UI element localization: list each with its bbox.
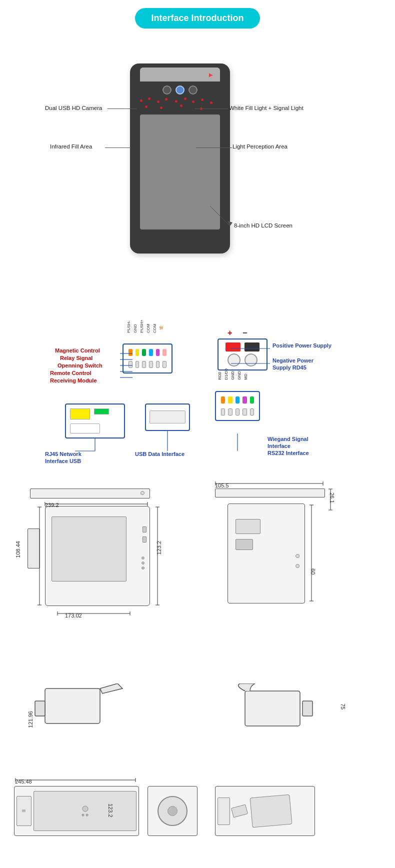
ir-dot-2	[148, 98, 150, 100]
ir-dot-3	[157, 100, 160, 103]
ir-dot-7	[192, 100, 194, 103]
ir-dots-area	[130, 96, 230, 112]
label-wiegand: Wiegand Signal	[268, 436, 308, 442]
ir-dot-6	[184, 98, 186, 100]
ir-dot-11	[160, 106, 162, 109]
line-white-fill	[195, 108, 228, 109]
lcd-arrow-svg	[200, 198, 245, 234]
label-negative-power: Negative Power	[272, 358, 314, 364]
svg-rect-37	[35, 701, 45, 716]
ir-dot-4	[165, 98, 168, 100]
label-receiving-module: Receiving Module	[50, 378, 97, 384]
svg-marker-1	[228, 221, 232, 226]
label-wiegand2: Interface	[268, 443, 290, 449]
dim-261-arrow	[327, 488, 334, 512]
ir-dot-1	[140, 100, 142, 102]
header: Interface Introduction	[0, 0, 395, 34]
bottom-right-assembly	[215, 786, 315, 836]
label-supply-rd45: Supply RD45	[272, 364, 306, 370]
ir-dot-9	[210, 102, 212, 104]
left-pin-row-top	[126, 346, 170, 358]
dim-side-arrow	[154, 506, 161, 606]
label-openning-switch: Openning Switch	[58, 362, 102, 368]
angle-sketch-left-svg	[25, 684, 140, 748]
label-interface-usb: Interface USB	[45, 458, 81, 464]
connector-lines-svg	[0, 304, 395, 474]
camera-lens-left	[162, 86, 172, 94]
ir-dot-10	[145, 106, 148, 108]
angle-sketch-right-svg	[210, 684, 350, 748]
label-white-fill: White Fill Light + Signal Light	[229, 105, 304, 111]
device-top-bar	[140, 68, 220, 82]
label-rs232: RS232 Interface	[268, 450, 309, 456]
dim-bottom-arrow	[55, 610, 135, 616]
line-infrared	[105, 148, 131, 148]
rj45-connector	[65, 404, 125, 438]
dim-105-arrow	[214, 480, 326, 486]
angle-view-left: 121.96	[25, 684, 140, 748]
dim-75: 75	[340, 704, 346, 710]
ir-dot-8	[201, 98, 204, 101]
label-rj45: RJ45 Network	[45, 451, 82, 457]
usb-data-connector	[145, 404, 190, 431]
front-view	[45, 506, 150, 606]
svg-rect-39	[302, 701, 312, 716]
top-view-bar	[30, 488, 150, 498]
dim-12196: 121.96	[28, 711, 34, 728]
label-light-perception: Light Perception Area	[232, 144, 288, 150]
dim-24548-arrow	[14, 777, 139, 783]
interface-section: PUSH- GND PUSH+ COM COM 栋	[0, 304, 395, 474]
dim-1232-bottom: 123.2	[108, 804, 114, 818]
bottom-center-view	[148, 786, 198, 836]
label-infrared: Infrared Fill Area	[50, 144, 92, 150]
line-light-perception	[196, 148, 232, 148]
bottom-left-assembly: |||	[14, 786, 139, 836]
svg-rect-35	[45, 688, 100, 724]
right-side-view	[228, 504, 305, 604]
wiegand-connector-assembly: RD0 D1/D0 GND GND MD	[215, 391, 260, 421]
label-positive-power: Positive Power Supply	[272, 342, 332, 348]
dim-width-arrow	[42, 500, 152, 506]
label-usb-data: USB Data Interface	[135, 451, 184, 457]
device-front-section: Dual USB HD Camera White Fill Light + Si…	[0, 38, 395, 298]
page-title: Interface Introduction	[135, 8, 260, 28]
dimensions-section: 239.2 108.44 123.2 173.02 105.5	[0, 478, 395, 668]
wiegand-pin-row-bottom	[218, 406, 257, 418]
line-dual-usb	[108, 108, 136, 109]
ir-dot-12	[180, 104, 182, 107]
angle-view-right: 75	[210, 684, 350, 748]
ir-dot-5	[175, 100, 178, 102]
svg-marker-36	[100, 684, 122, 694]
power-connector-assembly: + −	[218, 338, 268, 370]
camera-area	[130, 82, 230, 96]
top-view-right	[215, 488, 325, 498]
dim-height-label: 108.44	[15, 541, 21, 558]
label-relay-signal: Relay Signal	[60, 355, 92, 361]
mount-drawings-section: 121.96 75 245.48 |||	[0, 674, 395, 864]
label-dual-usb: Dual USB HD Camera	[45, 105, 102, 111]
dim-60-arrow	[308, 504, 315, 604]
label-magnetic-control: Magnetic Control	[55, 348, 100, 354]
left-pin-row-bottom	[126, 358, 170, 370]
svg-rect-38	[245, 691, 300, 726]
left-connector-assembly: PUSH- GND PUSH+ COM COM 栋	[122, 344, 172, 374]
label-remote-control: Remote Control	[50, 370, 92, 376]
camera-lens-center	[176, 86, 184, 94]
wiegand-pin-row-top	[218, 394, 257, 406]
dim-height-arrow	[36, 506, 43, 606]
svg-line-0	[210, 206, 230, 226]
camera-lens-right	[188, 86, 198, 94]
